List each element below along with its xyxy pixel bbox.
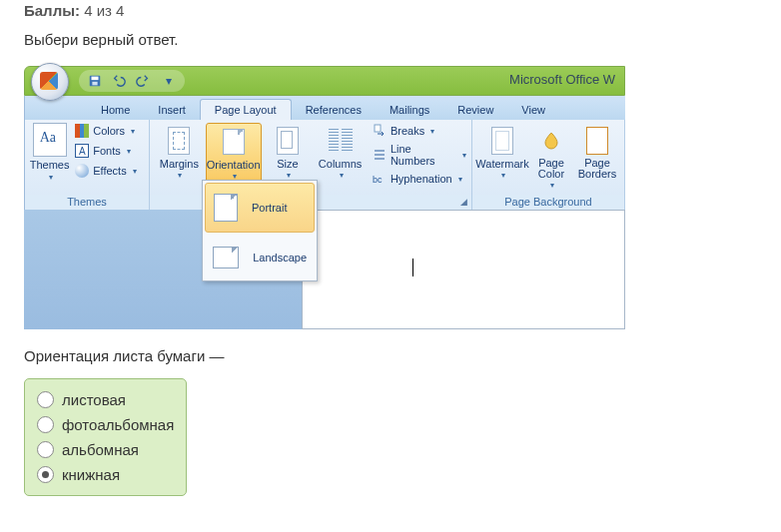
page-color-button[interactable]: Page Color ▾ bbox=[529, 123, 573, 192]
option-label: листовая bbox=[62, 391, 126, 408]
ribbon: Themes ▾ Colors ▾ Fonts ▾ bbox=[24, 120, 625, 210]
prompt-text: Выбери верный ответ. bbox=[24, 31, 757, 48]
themes-label: Themes bbox=[30, 159, 70, 171]
orientation-label: Orientation bbox=[207, 159, 261, 171]
app-title: Microsoft Office W bbox=[509, 72, 615, 87]
redo-icon[interactable] bbox=[135, 73, 151, 89]
group-themes: Themes ▾ Colors ▾ Fonts ▾ bbox=[25, 120, 150, 210]
option-item[interactable]: альбомная bbox=[37, 437, 174, 462]
tab-references[interactable]: References bbox=[292, 100, 376, 120]
options-box: листовая фотоальбомная альбомная книжная bbox=[24, 378, 187, 496]
points-label: Баллы: bbox=[24, 2, 80, 19]
size-label: Size bbox=[277, 158, 298, 170]
watermark-icon bbox=[491, 127, 513, 155]
hyphenation-button[interactable]: bc Hyphenation ▾ bbox=[371, 171, 468, 187]
page-borders-label: Page Borders bbox=[573, 158, 621, 180]
undo-icon[interactable] bbox=[111, 73, 127, 89]
chevron-down-icon: ▾ bbox=[501, 171, 505, 180]
effects-icon bbox=[75, 164, 89, 178]
radio-icon[interactable] bbox=[37, 466, 54, 483]
chevron-down-icon: ▾ bbox=[430, 127, 434, 136]
tab-insert[interactable]: Insert bbox=[144, 100, 200, 120]
document-area bbox=[24, 210, 625, 329]
landscape-label: Landscape bbox=[253, 252, 307, 264]
orientation-menu: Portrait Landscape bbox=[202, 180, 318, 281]
office-button[interactable] bbox=[31, 63, 69, 101]
themes-button[interactable]: Themes ▾ bbox=[28, 123, 71, 192]
svg-rect-2 bbox=[92, 82, 97, 86]
portrait-icon bbox=[214, 194, 238, 222]
tab-home[interactable]: Home bbox=[87, 100, 144, 120]
themes-icon bbox=[33, 123, 67, 157]
breaks-icon bbox=[373, 124, 387, 138]
watermark-button[interactable]: Watermark ▾ bbox=[475, 123, 529, 192]
line-numbers-icon bbox=[373, 148, 387, 162]
page-borders-button[interactable]: Page Borders bbox=[573, 123, 621, 192]
effects-button[interactable]: Effects ▾ bbox=[73, 163, 146, 179]
option-item[interactable]: книжная bbox=[37, 462, 174, 487]
svg-text:bc: bc bbox=[373, 175, 383, 185]
group-label-themes: Themes bbox=[25, 195, 149, 210]
tab-mailings[interactable]: Mailings bbox=[376, 100, 443, 120]
svg-rect-3 bbox=[375, 125, 381, 132]
titlebar: ▾ Microsoft Office W bbox=[24, 66, 625, 96]
chevron-down-icon: ▾ bbox=[127, 147, 131, 156]
save-icon[interactable] bbox=[87, 73, 103, 89]
chevron-down-icon: ▾ bbox=[287, 171, 291, 180]
ribbon-tabs: Home Insert Page Layout References Maili… bbox=[24, 96, 625, 120]
chevron-down-icon: ▾ bbox=[178, 171, 182, 180]
chevron-down-icon: ▾ bbox=[131, 127, 135, 136]
watermark-label: Watermark bbox=[475, 158, 528, 170]
points-line: Баллы: 4 из 4 bbox=[24, 2, 757, 19]
chevron-down-icon: ▾ bbox=[340, 171, 344, 180]
qat-dropdown-icon[interactable]: ▾ bbox=[161, 73, 177, 89]
svg-rect-1 bbox=[92, 77, 99, 81]
columns-label: Columns bbox=[319, 158, 362, 170]
hyphenation-label: Hyphenation bbox=[390, 173, 452, 185]
option-item[interactable]: листовая bbox=[37, 387, 174, 412]
colors-icon bbox=[75, 124, 89, 138]
effects-label: Effects bbox=[93, 165, 126, 177]
orientation-landscape-item[interactable]: Landscape bbox=[203, 235, 317, 280]
page-borders-icon bbox=[586, 127, 608, 155]
colors-label: Colors bbox=[93, 125, 125, 137]
breaks-label: Breaks bbox=[390, 125, 424, 137]
tab-view[interactable]: View bbox=[507, 100, 559, 120]
fonts-icon bbox=[75, 144, 89, 158]
portrait-label: Portrait bbox=[252, 202, 287, 214]
orientation-portrait-item[interactable]: Portrait bbox=[205, 183, 315, 233]
breaks-button[interactable]: Breaks ▾ bbox=[371, 123, 468, 139]
chevron-down-icon: ▾ bbox=[458, 175, 462, 184]
margins-button[interactable]: Margins ▾ bbox=[153, 123, 206, 192]
page-color-icon bbox=[539, 129, 563, 153]
columns-button[interactable]: Columns ▾ bbox=[314, 123, 367, 192]
margins-icon bbox=[168, 127, 190, 155]
line-numbers-label: Line Numbers bbox=[390, 143, 456, 167]
landscape-icon bbox=[213, 247, 239, 268]
quick-access-toolbar: ▾ bbox=[79, 70, 185, 92]
hyphenation-icon: bc bbox=[373, 172, 387, 186]
size-icon bbox=[277, 127, 299, 155]
fonts-label: Fonts bbox=[93, 145, 121, 157]
page-color-label: Page Color bbox=[529, 158, 573, 180]
radio-icon[interactable] bbox=[37, 441, 54, 458]
margins-label: Margins bbox=[160, 158, 199, 170]
dialog-launcher-icon[interactable]: ◢ bbox=[457, 197, 469, 209]
option-label: книжная bbox=[62, 466, 120, 483]
fonts-button[interactable]: Fonts ▾ bbox=[73, 143, 146, 159]
option-item[interactable]: фотоальбомная bbox=[37, 412, 174, 437]
word-screenshot: ▾ Microsoft Office W Home Insert Page La… bbox=[24, 66, 625, 329]
orientation-icon bbox=[223, 129, 245, 155]
chevron-down-icon: ▾ bbox=[133, 167, 137, 176]
question-text: Ориентация листа бумаги — bbox=[24, 347, 757, 364]
radio-icon[interactable] bbox=[37, 416, 54, 433]
tab-page-layout[interactable]: Page Layout bbox=[200, 99, 292, 120]
tab-review[interactable]: Review bbox=[443, 100, 507, 120]
group-page-background: Watermark ▾ Page Color ▾ Page Borders Pa… bbox=[472, 120, 625, 210]
colors-button[interactable]: Colors ▾ bbox=[73, 123, 146, 139]
chevron-down-icon: ▾ bbox=[550, 181, 554, 190]
option-label: фотоальбомная bbox=[62, 416, 174, 433]
line-numbers-button[interactable]: Line Numbers ▾ bbox=[371, 142, 468, 168]
radio-icon[interactable] bbox=[37, 391, 54, 408]
points-value: 4 из 4 bbox=[84, 2, 124, 19]
